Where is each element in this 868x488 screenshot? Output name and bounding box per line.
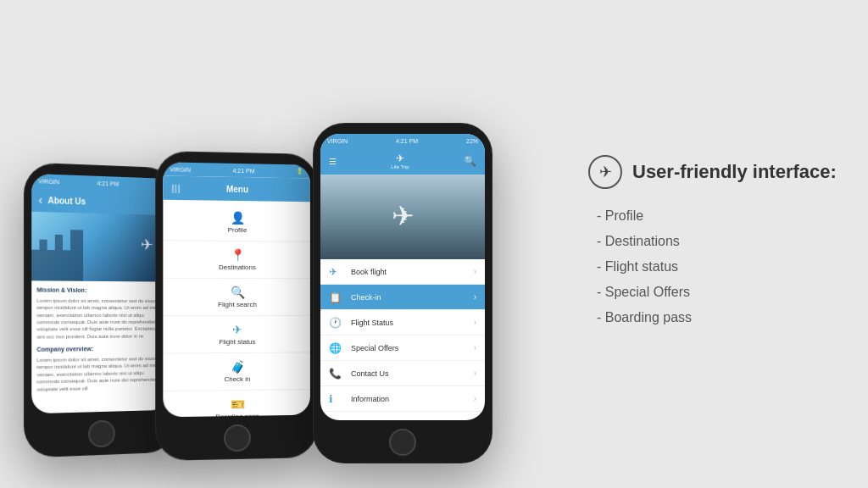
feature-item-profile: - Profile: [597, 206, 843, 226]
checkin-icon: 🧳: [231, 360, 245, 374]
phone-right-screen: VIRGIN 4:21 PM 22% ☰ ✈ Life Trip 🔍 ✈ ✈: [320, 134, 485, 420]
destinations-icon: 📍: [231, 248, 245, 262]
home-button-middle[interactable]: [224, 424, 251, 452]
hero-image-right: ✈: [320, 175, 485, 259]
feature-item-flight-status: - Flight status: [597, 257, 843, 277]
phone-middle: VIRGIN 4:21 PM 🔋 ||| Menu 👤 Profile 📍 De…: [156, 152, 317, 460]
battery-middle: 🔋: [296, 168, 303, 175]
home-button-right[interactable]: [389, 429, 416, 456]
feature-title-row: ✈ User-friendly interface:: [588, 155, 843, 189]
about-content: Mission & Vision: Lorem ipsum dolor sit …: [31, 280, 169, 403]
menu-row-information[interactable]: ℹ Information ›: [320, 386, 485, 412]
phone-right: VIRGIN 4:21 PM 22% ☰ ✈ Life Trip 🔍 ✈ ✈: [314, 124, 492, 463]
book-flight-icon: ✈: [329, 266, 346, 278]
search-icon-right[interactable]: 🔍: [464, 155, 476, 167]
flight-status-arrow: ›: [474, 318, 476, 327]
special-offers-label: Special Offers: [351, 344, 474, 352]
menu-item-boarding[interactable]: 🎫 Boarding pass: [163, 390, 310, 417]
app-name: Life Trip: [391, 164, 409, 169]
menu-list-right: ✈ Book flight › 📋 Check-in › 🕐 Flight St…: [320, 259, 485, 412]
about-title: About Us: [47, 196, 86, 206]
battery-right: 22%: [466, 138, 478, 144]
status-bar-right: VIRGIN 4:21 PM 22%: [320, 134, 485, 147]
special-offers-arrow: ›: [474, 343, 476, 352]
home-button-left[interactable]: [88, 420, 115, 448]
feature-list: - Profile - Destinations - Flight status…: [588, 206, 843, 328]
contact-us-icon: 📞: [329, 368, 346, 380]
menu-item-profile[interactable]: 👤 Profile: [163, 203, 310, 242]
feature-item-destinations: - Destinations: [597, 231, 843, 252]
boarding-label: Boarding pass: [215, 413, 259, 418]
profile-icon: 👤: [231, 211, 245, 225]
menu-row-flight-status[interactable]: 🕐 Flight Status ›: [320, 310, 485, 336]
feature-item-special-offers: - Special Offers: [597, 282, 843, 302]
phone-left: VIRGIN 4:21 PM 🔋 ‹ About Us ✈ Mission & …: [25, 163, 175, 457]
mission-title: Mission & Vision:: [36, 286, 164, 295]
building-silhouette: [31, 229, 83, 281]
feature-text-area: ✈ User-friendly interface: - Profile - D…: [588, 155, 843, 333]
book-flight-label: Book flight: [351, 268, 474, 276]
app-header: ☰ ✈ Life Trip 🔍: [320, 147, 485, 175]
hamburger-icon-middle[interactable]: |||: [171, 183, 181, 192]
menu-row-checkin[interactable]: 📋 Check-in ›: [320, 285, 485, 310]
flight-status-label-right: Flight Status: [351, 319, 474, 327]
time-middle: 4:21 PM: [233, 167, 255, 173]
flight-search-label: Flight search: [218, 301, 257, 308]
menu-item-destinations[interactable]: 📍 Destinations: [163, 241, 310, 279]
information-icon: ℹ: [329, 393, 346, 405]
boarding-icon: 🎫: [231, 397, 245, 411]
menu-item-flight-search[interactable]: 🔍 Flight search: [163, 279, 310, 316]
checkin-icon-right: 📋: [329, 291, 346, 303]
menu-item-checkin[interactable]: 🧳 Check in: [163, 352, 310, 391]
plane-icon-left: ✈: [141, 236, 153, 254]
feature-heading: User-friendly interface:: [632, 161, 837, 183]
information-label: Information: [351, 395, 474, 403]
company-title: Company overview:: [36, 344, 164, 353]
flight-search-icon: 🔍: [231, 286, 245, 299]
special-offers-icon: 🌐: [329, 342, 346, 354]
phone-left-screen: VIRGIN 4:21 PM 🔋 ‹ About Us ✈ Mission & …: [31, 174, 169, 413]
back-button[interactable]: ‹: [38, 193, 42, 207]
flight-status-label-m: Flight status: [219, 338, 255, 346]
contact-us-arrow: ›: [474, 369, 476, 378]
menu-items-container: 👤 Profile 📍 Destinations 🔍 Flight search…: [163, 200, 310, 418]
book-flight-arrow: ›: [474, 267, 476, 276]
hero-plane-icon: ✈: [392, 200, 415, 232]
feature-circle-icon: ✈: [588, 155, 622, 189]
menu-title: Menu: [226, 184, 248, 193]
profile-label: Profile: [228, 226, 248, 234]
time-right: 4:21 PM: [396, 138, 418, 144]
time-left: 4:21 PM: [97, 180, 120, 186]
carrier-middle: VIRGIN: [170, 166, 190, 173]
about-header: ‹ About Us: [31, 187, 169, 215]
information-arrow: ›: [474, 394, 476, 403]
logo-plane-icon: ✈: [396, 152, 404, 164]
flight-status-icon-right: 🕐: [329, 317, 346, 329]
company-text: Lorem ipsum dolor sit amet, consectetur …: [36, 355, 164, 393]
checkin-arrow: ›: [474, 292, 476, 302]
phone-middle-screen: VIRGIN 4:21 PM 🔋 ||| Menu 👤 Profile 📍 De…: [163, 162, 310, 417]
interface-icon: ✈: [599, 163, 612, 181]
about-hero-image: ✈: [31, 212, 169, 282]
mission-text: Lorem ipsum dolor sit amet, consectetur …: [36, 297, 164, 341]
flight-status-icon-m: ✈: [232, 323, 242, 336]
menu-row-contact-us[interactable]: 📞 Contact Us ›: [320, 361, 485, 386]
scene: VIRGIN 4:21 PM 🔋 ‹ About Us ✈ Mission & …: [0, 0, 868, 488]
menu-row-book-flight[interactable]: ✈ Book flight ›: [320, 259, 485, 285]
carrier-right: VIRGIN: [327, 138, 348, 144]
hamburger-icon-right[interactable]: ☰: [329, 157, 337, 166]
app-logo: ✈ Life Trip: [391, 152, 409, 169]
carrier-left: VIRGIN: [38, 178, 59, 185]
feature-item-boarding-pass: - Boarding pass: [597, 308, 843, 328]
menu-item-flight-status[interactable]: ✈ Flight status: [163, 316, 310, 354]
contact-us-label: Contact Us: [351, 369, 474, 378]
menu-row-special-offers[interactable]: 🌐 Special Offers ›: [320, 336, 485, 361]
destinations-label: Destinations: [219, 263, 256, 271]
menu-header: ||| Menu: [163, 175, 310, 202]
checkin-label: Check in: [224, 375, 250, 383]
checkin-label-right: Check-in: [351, 293, 474, 302]
